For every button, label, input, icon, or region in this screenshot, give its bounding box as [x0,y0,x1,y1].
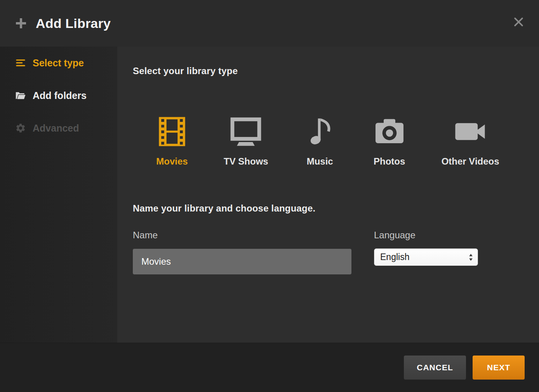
sidebar-item-select-type[interactable]: Select type [0,47,117,79]
page-title: Add Library [36,16,111,31]
sidebar-item-label: Select type [33,57,84,69]
cancel-button[interactable]: CANCEL [404,356,466,380]
name-language-form: Name Language English [133,229,539,274]
sidebar: Select type Add folders Advanced [0,47,117,343]
dialog-header: Add Library [0,0,539,47]
dialog-footer: CANCEL NEXT [0,343,539,392]
type-label: Photos [374,156,405,167]
language-selected-value: English [380,252,409,262]
type-label: Movies [156,156,188,167]
type-label: Music [307,156,333,167]
dialog-body: Select type Add folders Advanced [0,47,539,343]
main-panel: Select your library type Movies [117,47,539,343]
list-lines-icon [15,57,26,68]
gear-icon [15,123,26,134]
name-field-group: Name [133,229,351,274]
name-section-heading: Name your library and choose language. [133,202,539,215]
library-name-input[interactable] [133,249,351,274]
music-note-icon [303,114,337,149]
type-label: TV Shows [224,156,268,167]
sidebar-item-label: Advanced [33,123,79,134]
next-button[interactable]: NEXT [473,356,525,380]
close-icon[interactable] [513,16,524,28]
library-type-music[interactable]: Music [303,114,337,167]
tv-icon [227,114,265,149]
name-label: Name [133,229,351,241]
library-type-other-videos[interactable]: Other Videos [442,114,499,167]
video-camera-icon [451,114,489,149]
library-type-tv-shows[interactable]: TV Shows [224,114,268,167]
library-type-photos[interactable]: Photos [372,114,407,167]
library-type-movies[interactable]: Movies [155,114,190,167]
sidebar-item-add-folders[interactable]: Add folders [0,79,117,112]
filmstrip-icon [155,114,190,149]
folder-open-icon [15,90,26,101]
library-type-row: Movies TV Shows [155,114,539,167]
camera-icon [372,114,407,149]
type-label: Other Videos [442,156,499,167]
plus-icon [15,17,27,29]
sidebar-item-label: Add folders [33,90,87,101]
type-section-heading: Select your library type [133,65,539,77]
language-field-group: Language English [374,229,478,274]
sidebar-item-advanced[interactable]: Advanced [0,112,117,144]
language-label: Language [374,229,478,241]
language-select[interactable]: English [374,248,478,266]
add-library-dialog: Add Library Select type [0,0,539,392]
select-arrows-icon [469,253,473,261]
